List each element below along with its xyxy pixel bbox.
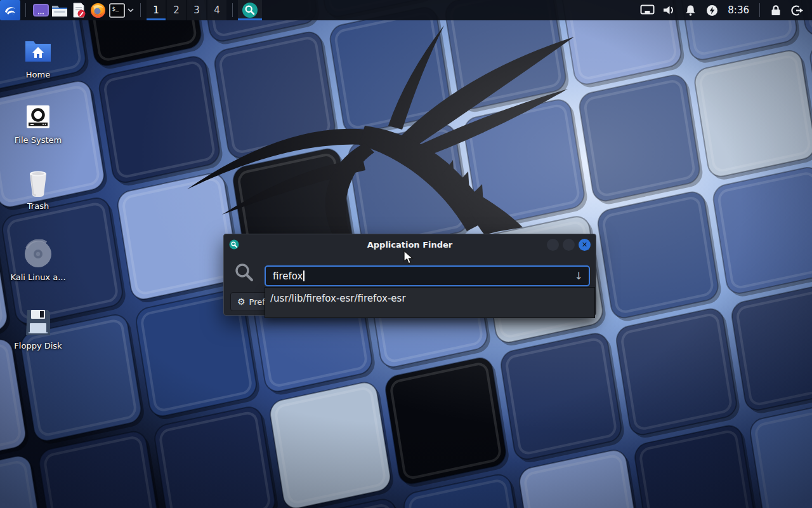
launcher-terminal[interactable]: $_ [107, 0, 126, 20]
workspace-label: 4 [214, 4, 220, 16]
close-icon: ✕ [582, 241, 587, 249]
text-editor-icon [72, 3, 86, 18]
kali-menu-button[interactable] [0, 0, 20, 20]
desktop-icon-label: Home [26, 70, 50, 79]
mouse-cursor [403, 250, 415, 265]
workspace-button-4[interactable]: 4 [207, 0, 226, 20]
active-task-indicator [238, 18, 262, 20]
clock[interactable]: 8:36 [723, 4, 754, 16]
workspace-button-2[interactable]: 2 [167, 0, 186, 20]
desktop-icon-label: Floppy Disk [14, 341, 62, 351]
desktop-icon-floppy-disk[interactable]: Floppy Disk [8, 307, 69, 351]
search-input-value: firefox [273, 271, 303, 282]
window-title: Application Finder [224, 240, 596, 250]
bell-icon [684, 4, 697, 17]
terminal-launcher-menu-arrow[interactable] [126, 0, 135, 20]
workspace-label: 2 [173, 4, 180, 16]
panel-separator [232, 3, 233, 17]
home-folder-icon [24, 36, 52, 67]
desktop-icon-label: Trash [27, 201, 49, 211]
logout-button[interactable] [787, 0, 808, 20]
firefox-icon [90, 3, 106, 18]
workspace-label: 3 [193, 4, 200, 16]
desktop-screen: $_ 1 2 3 4 [0, 0, 812, 508]
lock-icon [769, 4, 782, 17]
optical-disc-icon [23, 239, 53, 269]
desktop-icon-home[interactable]: Home [8, 36, 69, 79]
minimize-button[interactable] [547, 239, 559, 251]
launcher-firefox[interactable] [88, 0, 107, 20]
workspace-button-3[interactable]: 3 [187, 0, 206, 20]
workspace-button-1[interactable]: 1 [147, 0, 166, 20]
launcher-text-editor[interactable] [69, 0, 88, 20]
text-caret [303, 271, 304, 281]
kali-logo-icon [3, 3, 17, 17]
search-input[interactable]: firefox ↓ [265, 265, 590, 286]
folder-icon [51, 4, 68, 17]
volume-tray-button[interactable] [658, 0, 679, 20]
terminal-prompt-glyph: $_ [112, 6, 119, 12]
terminal-icon: $_ [109, 3, 125, 18]
completion-popup: /usr/lib/firefox-esr/firefox-esr [265, 287, 595, 318]
maximize-button[interactable] [563, 239, 575, 251]
lock-screen-button[interactable] [765, 0, 787, 20]
completion-item[interactable]: /usr/lib/firefox-esr/firefox-esr [265, 288, 594, 304]
power-manager-tray-button[interactable] [701, 0, 723, 20]
network-icon [640, 4, 655, 17]
logout-icon [791, 4, 804, 17]
chevron-down-icon [128, 8, 134, 12]
top-panel: $_ 1 2 3 4 [0, 0, 812, 20]
desktop-icon-file-system[interactable]: File System [8, 102, 69, 145]
task-button-application-finder[interactable] [238, 0, 262, 20]
active-workspace-indicator [147, 18, 166, 20]
desktop-icon-label: File System [15, 135, 62, 145]
desktop-icon-trash[interactable]: Trash [8, 168, 69, 211]
desktop-icon [33, 4, 49, 17]
dropdown-arrow-icon[interactable]: ↓ [575, 271, 583, 281]
launcher-file-manager[interactable] [50, 0, 69, 20]
notifications-tray-button[interactable] [679, 0, 701, 20]
trash-bin-icon [25, 168, 51, 198]
panel-separator [25, 3, 26, 17]
desktop-icon-label: Kali Linux a... [10, 272, 65, 282]
network-tray-button[interactable] [636, 0, 658, 20]
desktop-icon-kali-cdrom[interactable]: Kali Linux a... [8, 239, 69, 282]
hard-disk-icon [26, 102, 50, 132]
gear-icon: ⚙ [237, 297, 246, 307]
search-icon [234, 262, 254, 283]
launcher-desktop[interactable] [31, 0, 50, 20]
close-button[interactable]: ✕ [579, 239, 591, 251]
volume-icon [662, 4, 675, 16]
application-finder-icon [242, 2, 258, 18]
workspace-label: 1 [153, 4, 159, 16]
panel-separator [140, 3, 141, 17]
floppy-disk-icon [25, 307, 51, 338]
panel-separator [759, 3, 760, 17]
power-battery-icon [706, 4, 718, 17]
